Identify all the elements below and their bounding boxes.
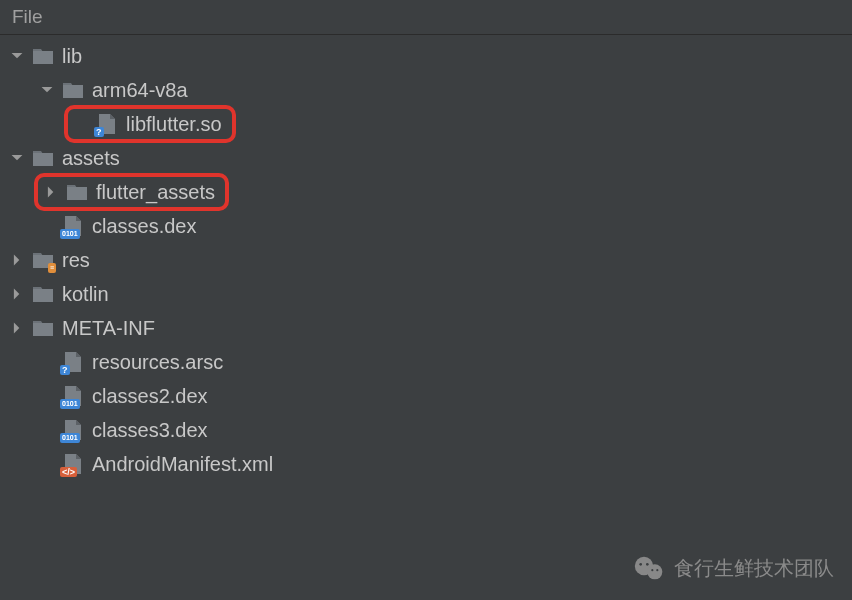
tree-row[interactable]: 0101classes.dex	[0, 209, 852, 243]
tree-row[interactable]: ?resources.arsc	[0, 345, 852, 379]
tree-item-label: META-INF	[62, 317, 155, 340]
tree-row[interactable]: META-INF	[0, 311, 852, 345]
tree-row[interactable]: assets	[0, 141, 852, 175]
tree-item-label: classes.dex	[92, 215, 197, 238]
file-xml-icon: </>	[62, 453, 84, 475]
folder-icon	[32, 147, 54, 169]
tree-item-label: libflutter.so	[126, 113, 222, 136]
folder-icon	[32, 317, 54, 339]
chevron-right-icon[interactable]	[8, 285, 26, 303]
chevron-down-icon[interactable]	[38, 81, 56, 99]
highlight-box: ?libflutter.so	[64, 105, 236, 143]
chevron-right-icon[interactable]	[42, 183, 60, 201]
file-unknown-icon: ?	[96, 113, 118, 135]
file-binary-icon: 0101	[62, 419, 84, 441]
svg-point-2	[639, 563, 642, 566]
svg-point-3	[646, 563, 649, 566]
tree-row[interactable]: </>AndroidManifest.xml	[0, 447, 852, 481]
file-tree: libarm64-v8a?libflutter.soassetsflutter_…	[0, 35, 852, 485]
tree-row[interactable]: flutter_assets	[0, 175, 852, 209]
chevron-right-icon[interactable]	[8, 251, 26, 269]
tree-row[interactable]: lib	[0, 39, 852, 73]
panel-header: File	[0, 0, 852, 35]
tree-item-label: assets	[62, 147, 120, 170]
tree-item-label: AndroidManifest.xml	[92, 453, 273, 476]
watermark: 食行生鲜技术团队	[634, 555, 834, 582]
chevron-down-icon[interactable]	[8, 149, 26, 167]
tree-item-label: arm64-v8a	[92, 79, 188, 102]
svg-point-5	[656, 569, 658, 571]
tree-row[interactable]: arm64-v8a	[0, 73, 852, 107]
folder-icon	[62, 79, 84, 101]
tree-item-label: kotlin	[62, 283, 109, 306]
tree-item-label: classes2.dex	[92, 385, 208, 408]
svg-point-4	[651, 569, 653, 571]
tree-item-label: flutter_assets	[96, 181, 215, 204]
tree-item-label: lib	[62, 45, 82, 68]
highlight-box: flutter_assets	[34, 173, 229, 211]
tree-item-label: resources.arsc	[92, 351, 223, 374]
wechat-icon	[634, 556, 664, 582]
svg-point-1	[647, 564, 662, 579]
folder-icon	[66, 181, 88, 203]
tree-row[interactable]: 0101classes3.dex	[0, 413, 852, 447]
file-binary-icon: 0101	[62, 215, 84, 237]
chevron-right-icon[interactable]	[8, 319, 26, 337]
chevron-down-icon[interactable]	[8, 47, 26, 65]
watermark-text: 食行生鲜技术团队	[674, 555, 834, 582]
tree-item-label: res	[62, 249, 90, 272]
folder-icon	[32, 45, 54, 67]
tree-row[interactable]: ≡res	[0, 243, 852, 277]
panel-title: File	[12, 6, 43, 27]
folder-res-icon: ≡	[32, 249, 54, 271]
tree-row[interactable]: 0101classes2.dex	[0, 379, 852, 413]
tree-item-label: classes3.dex	[92, 419, 208, 442]
tree-row[interactable]: kotlin	[0, 277, 852, 311]
file-unknown-icon: ?	[62, 351, 84, 373]
folder-icon	[32, 283, 54, 305]
file-binary-icon: 0101	[62, 385, 84, 407]
tree-row[interactable]: ?libflutter.so	[0, 107, 852, 141]
